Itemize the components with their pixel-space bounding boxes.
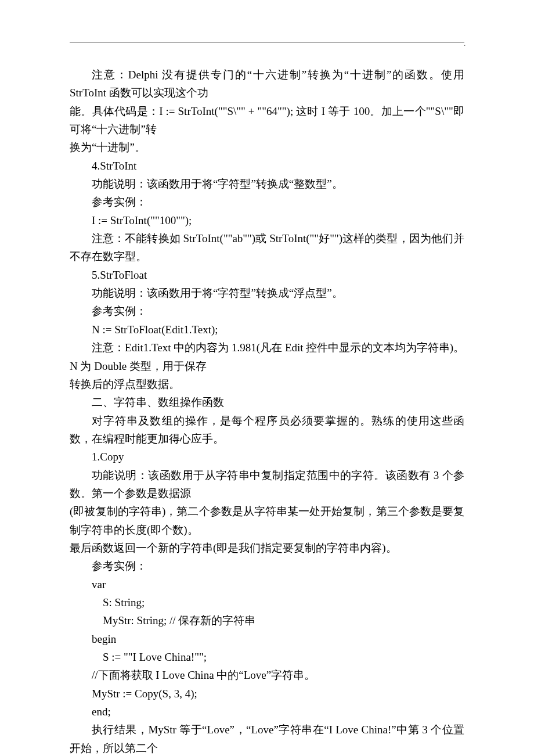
header-rule: . [70, 42, 464, 42]
text-line: 执行结果，MyStr 等于“Love”，“Love”字符串在“I Love Ch… [70, 721, 464, 756]
footer-text: ;. [70, 743, 74, 756]
text-line: 注意：Edit1.Text 中的内容为 1.981(凡在 Edit 控件中显示的… [70, 339, 464, 375]
text-line: 注意：Delphi 没有提供专门的“十六进制”转换为“十进制”的函数。使用 St… [70, 66, 464, 102]
text-line: I := StrToInt(""100""); [70, 211, 464, 229]
text-line: 功能说明：该函数用于将“字符型”转换成“浮点型”。 [70, 284, 464, 302]
text-line: //下面将获取 I Love China 中的“Love”字符串。 [70, 666, 464, 684]
text-line: end; [70, 703, 464, 721]
text-line: 二、字符串、数组操作函数 [70, 393, 464, 411]
document-page: . 注意：Delphi 没有提供专门的“十六进制”转换为“十进制”的函数。使用 … [0, 0, 534, 756]
text-line: var [70, 575, 464, 593]
text-line: S: String; [70, 593, 464, 611]
text-line: 4.StrToInt [70, 157, 464, 175]
text-line: S := ""I Love China!""; [70, 648, 464, 666]
text-line: 换为“十进制”。 [70, 138, 464, 156]
text-line: 最后函数返回一个新的字符串(即是我们指定要复制的字符串内容)。 [70, 539, 464, 557]
text-line: 能。具体代码是：I := StrToInt(""S\"" + ""64""); … [70, 102, 464, 139]
body-text: 注意：Delphi 没有提供专门的“十六进制”转换为“十进制”的函数。使用 St… [70, 66, 464, 756]
text-line: begin [70, 630, 464, 648]
text-line: (即被复制的字符串)，第二个参数是从字符串某一处开始复制，第三个参数是要复制字符… [70, 502, 464, 539]
text-line: 功能说明：该函数用于将“字符型”转换成“整数型”。 [70, 175, 464, 193]
text-line: MyStr := Copy(S, 3, 4); [70, 685, 464, 703]
text-line: 1.Copy [70, 448, 464, 466]
text-line: MyStr: String; // 保存新的字符串 [70, 611, 464, 629]
text-line: 参考实例： [70, 557, 464, 575]
text-line: 转换后的浮点型数据。 [70, 375, 464, 393]
text-line: N := StrToFloat(Edit1.Text); [70, 321, 464, 339]
header-dot: . [464, 39, 466, 49]
text-line: 参考实例： [70, 302, 464, 320]
text-line: 5.StrToFloat [70, 266, 464, 284]
text-line: 功能说明：该函数用于从字符串中复制指定范围中的字符。该函数有 3 个参数。第一个… [70, 466, 464, 503]
text-line: 参考实例： [70, 193, 464, 211]
text-line: 注意：不能转换如 StrToInt(""ab"")或 StrToInt(""好"… [70, 229, 464, 266]
text-line: 对字符串及数组的操作，是每个程序员必须要掌握的。熟练的使用这些函数，在编程时能更… [70, 412, 464, 448]
